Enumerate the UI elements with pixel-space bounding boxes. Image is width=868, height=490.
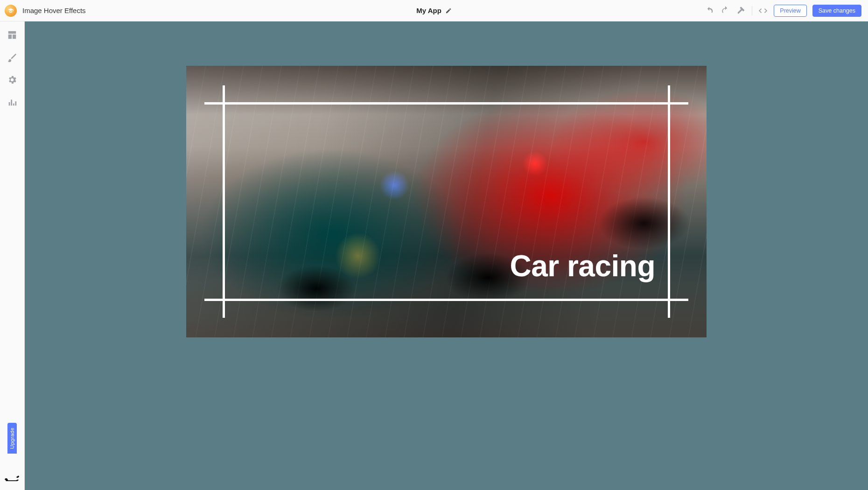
upgrade-label: Upgrade bbox=[9, 427, 15, 449]
build-button[interactable] bbox=[736, 6, 746, 16]
frame-bottom bbox=[204, 299, 688, 301]
undo-button[interactable] bbox=[704, 6, 714, 16]
image-hover-card[interactable]: Car racing bbox=[186, 66, 707, 337]
sidebar: Upgrade bbox=[0, 21, 25, 490]
redo-button[interactable] bbox=[720, 6, 730, 16]
shell: Upgrade Car racing bbox=[0, 21, 868, 490]
chart-icon bbox=[7, 97, 17, 107]
code-icon bbox=[758, 6, 768, 15]
hat-icon bbox=[7, 7, 14, 14]
brand-icon[interactable] bbox=[5, 5, 17, 17]
undo-icon bbox=[705, 6, 714, 15]
sidebar-item-layout[interactable] bbox=[4, 27, 20, 43]
save-button[interactable]: Save changes bbox=[812, 5, 861, 17]
app-title-group: My App bbox=[416, 7, 452, 14]
app-title: My App bbox=[416, 7, 441, 14]
layout-icon bbox=[7, 30, 17, 40]
frame-left bbox=[223, 85, 225, 318]
pencil-icon[interactable] bbox=[445, 7, 452, 14]
canvas-area[interactable]: Car racing bbox=[25, 21, 868, 490]
gear-icon bbox=[7, 75, 17, 85]
breadcrumb: Image Hover Effects bbox=[22, 7, 86, 14]
preview-button[interactable]: Preview bbox=[774, 5, 806, 17]
build-icon bbox=[736, 6, 746, 15]
card-image bbox=[186, 66, 707, 337]
sidebar-item-brush[interactable] bbox=[4, 49, 20, 65]
code-button[interactable] bbox=[758, 6, 768, 16]
toolbar-separator bbox=[752, 6, 752, 15]
sidebar-item-settings[interactable] bbox=[4, 72, 20, 88]
dog-icon[interactable] bbox=[4, 473, 20, 483]
upgrade-button[interactable]: Upgrade bbox=[7, 423, 17, 454]
frame-top bbox=[204, 102, 688, 105]
brush-icon bbox=[7, 52, 17, 63]
topbar: Image Hover Effects My App Preview Save … bbox=[0, 0, 868, 21]
sidebar-item-analytics[interactable] bbox=[4, 94, 20, 110]
topbar-actions: Preview Save changes bbox=[704, 5, 861, 17]
frame-right bbox=[668, 85, 670, 318]
redo-icon bbox=[721, 6, 730, 15]
card-caption: Car racing bbox=[510, 249, 655, 283]
